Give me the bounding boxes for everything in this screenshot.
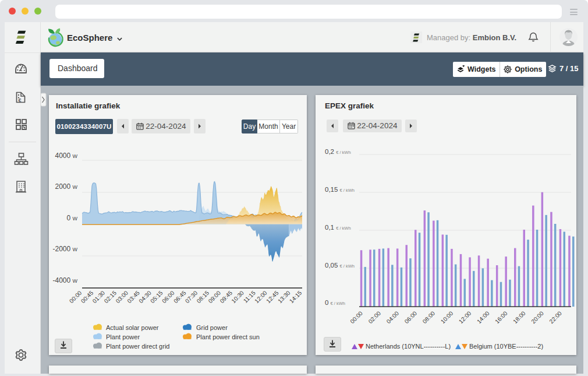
svg-text:0 € / kWh: 0 € / kWh [325,299,345,306]
svg-text:-2000 W: -2000 W [52,245,77,253]
svg-text:0,05 € / kWh: 0,05 € / kWh [325,262,355,269]
svg-text:13:30: 13:30 [277,289,292,304]
svg-text:05:15: 05:15 [149,289,164,304]
svg-text:10:00: 10:00 [440,310,455,325]
svg-text:00:45: 00:45 [80,289,95,304]
svg-text:12:00: 12:00 [253,289,268,304]
svg-text:16:00: 16:00 [494,310,509,325]
svg-text:Grid power: Grid power [196,324,228,331]
svg-text:07:30: 07:30 [184,289,199,304]
svg-text:Actual solar power: Actual solar power [106,324,159,331]
svg-text:Plant power direct grid: Plant power direct grid [106,343,169,350]
svg-text:06:00: 06:00 [403,310,419,325]
svg-text:0,1 € / kWh: 0,1 € / kWh [325,224,351,231]
svg-text:0,15 € / kWh: 0,15 € / kWh [325,186,355,193]
svg-text:02:00: 02:00 [367,310,382,325]
svg-text:02:15: 02:15 [103,289,118,304]
svg-text:00:00: 00:00 [349,310,364,325]
svg-text:00:00: 00:00 [68,289,83,304]
svg-text:06:00: 06:00 [161,289,176,304]
svg-text:0,2 € / kWh: 0,2 € / kWh [325,148,351,155]
svg-text:12:45: 12:45 [265,289,280,304]
svg-text:€: € [19,97,22,103]
svg-text:Belgium (10YBE----------2): Belgium (10YBE----------2) [469,343,543,350]
svg-text:04:30: 04:30 [137,289,153,304]
svg-text:08:15: 08:15 [196,289,211,304]
svg-text:2000 W: 2000 W [55,182,77,191]
svg-text:14:15: 14:15 [288,289,303,304]
svg-text:-4000 W: -4000 W [52,276,77,284]
svg-text:22:00: 22:00 [548,310,563,325]
svg-text:03:00: 03:00 [115,289,130,304]
svg-text:09:45: 09:45 [219,289,234,304]
svg-text:01:30: 01:30 [91,289,107,304]
svg-text:10:30: 10:30 [230,289,245,304]
svg-text:04:00: 04:00 [385,310,401,325]
svg-text:Plant power direct sun: Plant power direct sun [196,333,260,340]
svg-text:14:00: 14:00 [476,310,491,325]
svg-text:0 W: 0 W [66,214,77,222]
svg-text:06:45: 06:45 [172,289,187,304]
svg-text:03:45: 03:45 [126,289,141,304]
svg-text:12:00: 12:00 [458,310,473,325]
svg-text:18:00: 18:00 [512,310,527,325]
svg-text:Netherlands (10YNL----------L): Netherlands (10YNL----------L) [366,343,451,350]
svg-text:08:00: 08:00 [421,310,437,325]
svg-text:09:00: 09:00 [207,289,222,304]
svg-text:Plant power: Plant power [106,333,140,340]
svg-text:4000 W: 4000 W [55,152,77,160]
svg-text:20:00: 20:00 [530,310,545,325]
